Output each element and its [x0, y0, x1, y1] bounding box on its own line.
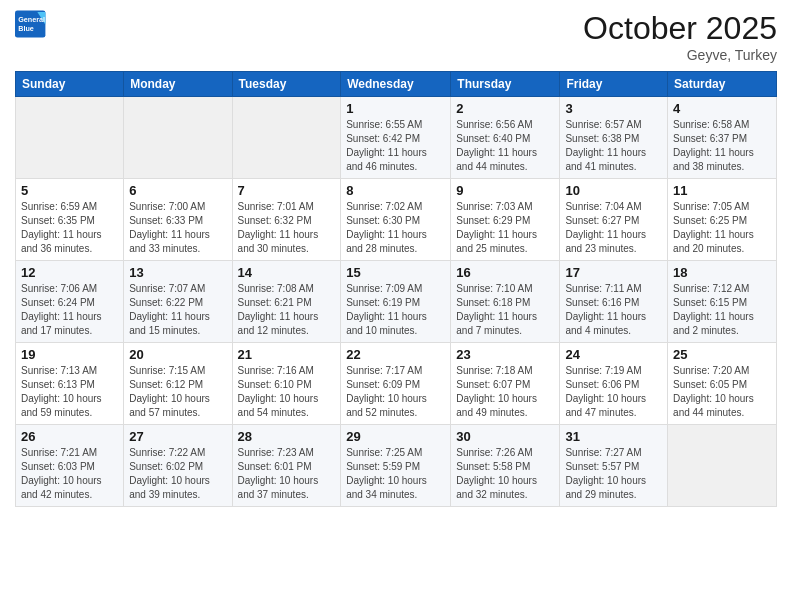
day-cell: 24Sunrise: 7:19 AM Sunset: 6:06 PM Dayli… [560, 343, 668, 425]
day-number: 6 [129, 183, 226, 198]
day-cell: 27Sunrise: 7:22 AM Sunset: 6:02 PM Dayli… [124, 425, 232, 507]
day-number: 18 [673, 265, 771, 280]
header: General Blue October 2025 Geyve, Turkey [15, 10, 777, 63]
day-cell [668, 425, 777, 507]
day-info: Sunrise: 7:19 AM Sunset: 6:06 PM Dayligh… [565, 364, 662, 420]
column-header-saturday: Saturday [668, 72, 777, 97]
day-cell: 4Sunrise: 6:58 AM Sunset: 6:37 PM Daylig… [668, 97, 777, 179]
day-cell [124, 97, 232, 179]
day-info: Sunrise: 7:10 AM Sunset: 6:18 PM Dayligh… [456, 282, 554, 338]
calendar-header-row: SundayMondayTuesdayWednesdayThursdayFrid… [16, 72, 777, 97]
day-cell [16, 97, 124, 179]
day-info: Sunrise: 7:20 AM Sunset: 6:05 PM Dayligh… [673, 364, 771, 420]
day-cell: 7Sunrise: 7:01 AM Sunset: 6:32 PM Daylig… [232, 179, 341, 261]
day-cell: 3Sunrise: 6:57 AM Sunset: 6:38 PM Daylig… [560, 97, 668, 179]
day-number: 22 [346, 347, 445, 362]
week-row-2: 5Sunrise: 6:59 AM Sunset: 6:35 PM Daylig… [16, 179, 777, 261]
day-number: 14 [238, 265, 336, 280]
day-info: Sunrise: 7:27 AM Sunset: 5:57 PM Dayligh… [565, 446, 662, 502]
day-cell: 9Sunrise: 7:03 AM Sunset: 6:29 PM Daylig… [451, 179, 560, 261]
day-info: Sunrise: 7:09 AM Sunset: 6:19 PM Dayligh… [346, 282, 445, 338]
column-header-thursday: Thursday [451, 72, 560, 97]
column-header-friday: Friday [560, 72, 668, 97]
day-number: 27 [129, 429, 226, 444]
day-info: Sunrise: 7:00 AM Sunset: 6:33 PM Dayligh… [129, 200, 226, 256]
day-cell: 31Sunrise: 7:27 AM Sunset: 5:57 PM Dayli… [560, 425, 668, 507]
day-number: 7 [238, 183, 336, 198]
day-number: 25 [673, 347, 771, 362]
day-info: Sunrise: 7:06 AM Sunset: 6:24 PM Dayligh… [21, 282, 118, 338]
month-title: October 2025 [583, 10, 777, 47]
day-number: 4 [673, 101, 771, 116]
day-info: Sunrise: 7:25 AM Sunset: 5:59 PM Dayligh… [346, 446, 445, 502]
day-cell: 8Sunrise: 7:02 AM Sunset: 6:30 PM Daylig… [341, 179, 451, 261]
day-info: Sunrise: 7:15 AM Sunset: 6:12 PM Dayligh… [129, 364, 226, 420]
day-number: 28 [238, 429, 336, 444]
day-number: 5 [21, 183, 118, 198]
day-cell: 15Sunrise: 7:09 AM Sunset: 6:19 PM Dayli… [341, 261, 451, 343]
day-info: Sunrise: 6:55 AM Sunset: 6:42 PM Dayligh… [346, 118, 445, 174]
day-number: 10 [565, 183, 662, 198]
day-cell: 17Sunrise: 7:11 AM Sunset: 6:16 PM Dayli… [560, 261, 668, 343]
day-number: 13 [129, 265, 226, 280]
day-cell: 21Sunrise: 7:16 AM Sunset: 6:10 PM Dayli… [232, 343, 341, 425]
day-number: 24 [565, 347, 662, 362]
logo: General Blue [15, 10, 47, 38]
day-cell: 14Sunrise: 7:08 AM Sunset: 6:21 PM Dayli… [232, 261, 341, 343]
day-cell: 6Sunrise: 7:00 AM Sunset: 6:33 PM Daylig… [124, 179, 232, 261]
day-info: Sunrise: 7:23 AM Sunset: 6:01 PM Dayligh… [238, 446, 336, 502]
day-cell: 29Sunrise: 7:25 AM Sunset: 5:59 PM Dayli… [341, 425, 451, 507]
week-row-3: 12Sunrise: 7:06 AM Sunset: 6:24 PM Dayli… [16, 261, 777, 343]
day-info: Sunrise: 7:05 AM Sunset: 6:25 PM Dayligh… [673, 200, 771, 256]
day-cell: 30Sunrise: 7:26 AM Sunset: 5:58 PM Dayli… [451, 425, 560, 507]
svg-text:Blue: Blue [18, 24, 34, 33]
page: General Blue October 2025 Geyve, Turkey … [0, 0, 792, 522]
day-number: 12 [21, 265, 118, 280]
day-cell: 23Sunrise: 7:18 AM Sunset: 6:07 PM Dayli… [451, 343, 560, 425]
day-cell: 20Sunrise: 7:15 AM Sunset: 6:12 PM Dayli… [124, 343, 232, 425]
day-number: 11 [673, 183, 771, 198]
day-cell: 28Sunrise: 7:23 AM Sunset: 6:01 PM Dayli… [232, 425, 341, 507]
day-info: Sunrise: 7:02 AM Sunset: 6:30 PM Dayligh… [346, 200, 445, 256]
day-cell: 26Sunrise: 7:21 AM Sunset: 6:03 PM Dayli… [16, 425, 124, 507]
day-cell: 16Sunrise: 7:10 AM Sunset: 6:18 PM Dayli… [451, 261, 560, 343]
day-number: 1 [346, 101, 445, 116]
column-header-sunday: Sunday [16, 72, 124, 97]
day-number: 9 [456, 183, 554, 198]
day-number: 31 [565, 429, 662, 444]
day-info: Sunrise: 7:07 AM Sunset: 6:22 PM Dayligh… [129, 282, 226, 338]
day-cell: 13Sunrise: 7:07 AM Sunset: 6:22 PM Dayli… [124, 261, 232, 343]
day-number: 8 [346, 183, 445, 198]
day-info: Sunrise: 7:12 AM Sunset: 6:15 PM Dayligh… [673, 282, 771, 338]
day-number: 29 [346, 429, 445, 444]
column-header-monday: Monday [124, 72, 232, 97]
location: Geyve, Turkey [583, 47, 777, 63]
day-cell: 2Sunrise: 6:56 AM Sunset: 6:40 PM Daylig… [451, 97, 560, 179]
day-info: Sunrise: 6:59 AM Sunset: 6:35 PM Dayligh… [21, 200, 118, 256]
day-cell: 19Sunrise: 7:13 AM Sunset: 6:13 PM Dayli… [16, 343, 124, 425]
day-number: 2 [456, 101, 554, 116]
day-info: Sunrise: 7:08 AM Sunset: 6:21 PM Dayligh… [238, 282, 336, 338]
week-row-4: 19Sunrise: 7:13 AM Sunset: 6:13 PM Dayli… [16, 343, 777, 425]
day-info: Sunrise: 7:21 AM Sunset: 6:03 PM Dayligh… [21, 446, 118, 502]
day-cell: 25Sunrise: 7:20 AM Sunset: 6:05 PM Dayli… [668, 343, 777, 425]
day-info: Sunrise: 7:01 AM Sunset: 6:32 PM Dayligh… [238, 200, 336, 256]
day-number: 17 [565, 265, 662, 280]
day-info: Sunrise: 7:16 AM Sunset: 6:10 PM Dayligh… [238, 364, 336, 420]
week-row-1: 1Sunrise: 6:55 AM Sunset: 6:42 PM Daylig… [16, 97, 777, 179]
day-number: 21 [238, 347, 336, 362]
day-cell: 10Sunrise: 7:04 AM Sunset: 6:27 PM Dayli… [560, 179, 668, 261]
calendar-table: SundayMondayTuesdayWednesdayThursdayFrid… [15, 71, 777, 507]
day-cell: 12Sunrise: 7:06 AM Sunset: 6:24 PM Dayli… [16, 261, 124, 343]
day-cell: 5Sunrise: 6:59 AM Sunset: 6:35 PM Daylig… [16, 179, 124, 261]
day-info: Sunrise: 7:22 AM Sunset: 6:02 PM Dayligh… [129, 446, 226, 502]
day-info: Sunrise: 7:03 AM Sunset: 6:29 PM Dayligh… [456, 200, 554, 256]
day-info: Sunrise: 6:58 AM Sunset: 6:37 PM Dayligh… [673, 118, 771, 174]
day-cell: 11Sunrise: 7:05 AM Sunset: 6:25 PM Dayli… [668, 179, 777, 261]
day-cell: 1Sunrise: 6:55 AM Sunset: 6:42 PM Daylig… [341, 97, 451, 179]
day-cell: 22Sunrise: 7:17 AM Sunset: 6:09 PM Dayli… [341, 343, 451, 425]
logo-icon: General Blue [15, 10, 47, 38]
day-number: 3 [565, 101, 662, 116]
day-number: 19 [21, 347, 118, 362]
week-row-5: 26Sunrise: 7:21 AM Sunset: 6:03 PM Dayli… [16, 425, 777, 507]
